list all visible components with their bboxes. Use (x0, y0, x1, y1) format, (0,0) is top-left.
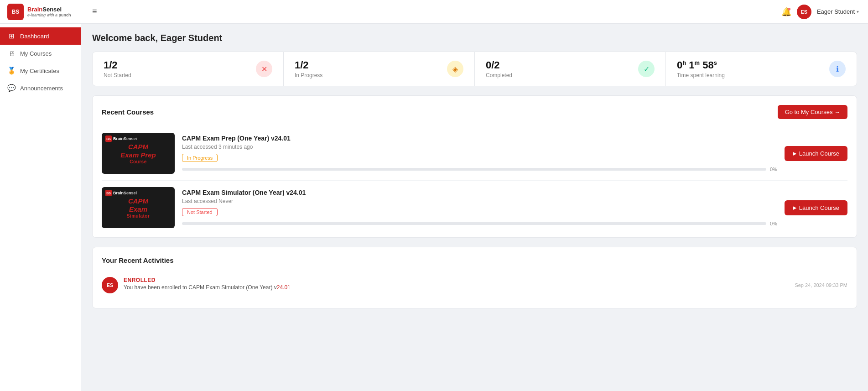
announcements-icon: 💬 (7, 84, 16, 92)
sidebar-item-my-certificates[interactable]: 🏅 My Certificates (0, 62, 81, 79)
section-header: Your Recent Activities (102, 256, 847, 264)
stat-left: 0/2 Completed (486, 59, 512, 78)
stat-label: Time spent learning (677, 72, 725, 78)
nav-menu: ⊞ Dashboard 🖥 My Courses 🏅 My Certificat… (0, 24, 81, 391)
progress-percent: 0% (770, 167, 777, 172)
launch-course-button-1[interactable]: ▶ Launch Course (785, 146, 847, 161)
notification-dot (788, 8, 790, 10)
stat-value: 1/2 (104, 59, 131, 71)
stat-completed: 0/2 Completed ✓ (475, 52, 666, 86)
course-accessed: Last accessed 3 minutes ago (182, 144, 777, 150)
launch-course-button-2[interactable]: ▶ Launch Course (785, 200, 847, 215)
activity-avatar: ES (102, 277, 118, 293)
thumbnail-title: CAPMExam Prep (120, 143, 156, 159)
stat-label: In Progress (295, 72, 322, 78)
stat-value: 0/2 (486, 59, 512, 71)
topbar-left: ≡ (90, 5, 99, 18)
stat-left: 1/2 In Progress (295, 59, 322, 78)
stat-in-progress: 1/2 In Progress ◈ (284, 52, 475, 86)
logo-text: BrainSensei e-learning with a punch (27, 6, 71, 17)
stat-value: 1/2 (295, 59, 322, 71)
thumbnail-subtitle: Simulator (127, 214, 150, 219)
activity-link[interactable]: 24.01 (277, 284, 291, 291)
thumbnail-logo-icon: BS (105, 136, 112, 142)
welcome-heading: Welcome back, Eager Student (92, 33, 857, 43)
thumbnail-logo: BS BrainSensei (105, 136, 137, 142)
course-name: CAPM Exam Prep (One Year) v24.01 (182, 135, 777, 142)
course-info: CAPM Exam Prep (One Year) v24.01 Last ac… (182, 135, 777, 172)
course-thumbnail: BS BrainSensei CAPMExam Prep Course (102, 133, 175, 174)
certificates-icon: 🏅 (7, 67, 16, 75)
stat-left: 1/2 Not Started (104, 59, 131, 78)
sidebar-item-announcements[interactable]: 💬 Announcements (0, 79, 81, 97)
play-icon: ▶ (793, 151, 796, 156)
progress-bar (182, 222, 766, 225)
progress-percent: 0% (770, 221, 777, 226)
logo-icon: BS (7, 4, 24, 20)
not-started-icon: ✕ (256, 61, 272, 77)
sidebar-item-label: My Certificates (20, 68, 59, 74)
sidebar-item-my-courses[interactable]: 🖥 My Courses (0, 45, 81, 62)
chevron-down-icon: ▾ (857, 9, 859, 14)
course-thumbnail: BS BrainSensei CAPMExam Simulator (102, 187, 175, 228)
course-row: BS BrainSensei CAPMExam Prep Course CAPM… (102, 126, 847, 181)
logo-brand: BrainSensei (27, 6, 71, 13)
go-to-my-courses-button[interactable]: Go to My Courses → (778, 105, 847, 119)
topbar-right: 🔔 ES Eager Student ▾ (781, 5, 859, 19)
play-icon: ▶ (793, 205, 796, 211)
thumbnail-title: CAPMExam (128, 197, 148, 214)
logo-sub: e-learning with a punch (27, 13, 71, 17)
hamburger-button[interactable]: ≡ (90, 5, 99, 18)
time-icon: ℹ (829, 61, 846, 77)
course-name: CAPM Exam Simulator (One Year) v24.01 (182, 189, 777, 196)
thumbnail-logo-text: BrainSensei (113, 136, 137, 141)
thumbnail-logo: BS BrainSensei (105, 190, 137, 196)
thumbnail-logo-icon: BS (105, 190, 112, 196)
sidebar-item-label: My Courses (20, 50, 52, 57)
progress-row: 0% (182, 167, 777, 172)
recent-courses-title: Recent Courses (102, 108, 154, 116)
recent-courses-section: Recent Courses Go to My Courses → BS Bra… (92, 95, 857, 238)
section-header: Recent Courses Go to My Courses → (102, 105, 847, 119)
courses-icon: 🖥 (7, 49, 16, 57)
stats-row: 1/2 Not Started ✕ 1/2 In Progress ◈ 0/2 … (92, 52, 857, 86)
course-row: BS BrainSensei CAPMExam Simulator CAPM E… (102, 181, 847, 228)
activity-action: ENROLLED (124, 277, 789, 283)
recent-activities-title: Your Recent Activities (102, 256, 174, 264)
logo-area: BS BrainSensei e-learning with a punch (0, 0, 81, 24)
sidebar-item-label: Dashboard (20, 33, 49, 40)
course-info: CAPM Exam Simulator (One Year) v24.01 La… (182, 189, 777, 226)
course-status-badge: Not Started (182, 208, 218, 216)
activity-description: You have been enrolled to CAPM Exam Simu… (124, 284, 789, 291)
thumbnail-subtitle: Course (130, 159, 146, 164)
progress-bar (182, 168, 766, 171)
stat-left: 0h 1m 58s Time spent learning (677, 59, 725, 78)
activity-item: ES ENROLLED You have been enrolled to CA… (102, 271, 847, 299)
recent-activities-section: Your Recent Activities ES ENROLLED You h… (92, 247, 857, 308)
activity-timestamp: Sep 24, 2024 09:33 PM (795, 282, 847, 288)
progress-row: 0% (182, 221, 777, 226)
page-content: Welcome back, Eager Student 1/2 Not Star… (81, 24, 868, 391)
topbar: ≡ 🔔 ES Eager Student ▾ (81, 0, 868, 24)
sidebar-item-dashboard[interactable]: ⊞ Dashboard (0, 27, 81, 45)
stat-not-started: 1/2 Not Started ✕ (93, 52, 284, 86)
completed-icon: ✓ (638, 61, 655, 77)
activity-content: ENROLLED You have been enrolled to CAPM … (124, 277, 789, 291)
thumbnail-logo-text: BrainSensei (113, 191, 137, 195)
course-accessed: Last accessed Never (182, 198, 777, 204)
notification-button[interactable]: 🔔 (781, 7, 791, 17)
stat-value: 0h 1m 58s (677, 59, 725, 71)
stat-time-spent: 0h 1m 58s Time spent learning ℹ (666, 52, 857, 86)
dashboard-icon: ⊞ (7, 32, 16, 40)
sidebar-item-label: Announcements (20, 85, 63, 92)
user-name[interactable]: Eager Student ▾ (817, 8, 859, 15)
in-progress-icon: ◈ (447, 61, 463, 77)
sidebar: BS BrainSensei e-learning with a punch ⊞… (0, 0, 81, 391)
stat-label: Completed (486, 72, 512, 78)
course-status-badge: In Progress (182, 154, 218, 162)
user-avatar[interactable]: ES (797, 5, 811, 19)
stat-label: Not Started (104, 72, 131, 78)
main-content: ≡ 🔔 ES Eager Student ▾ Welcome back, Eag… (81, 0, 868, 391)
